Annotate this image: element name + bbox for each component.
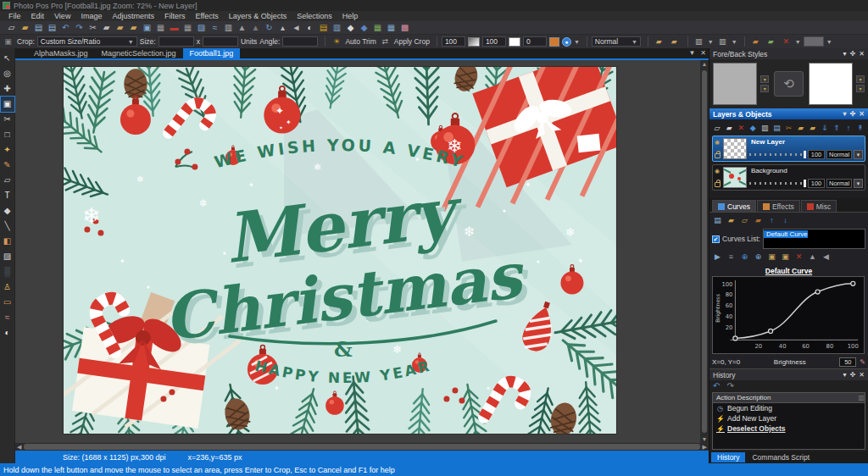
size-height-input[interactable] [203,36,238,47]
move-layer-up-icon[interactable]: ⇑ [832,123,842,133]
invert-curve-icon[interactable]: ▲ [807,252,818,262]
pin-icon[interactable]: ✜ [850,50,856,58]
capture-icon[interactable]: ▣ [141,22,153,33]
layer-thumbnail[interactable] [723,167,747,188]
layer-blend-mode[interactable]: Normal [826,150,852,159]
menu-item[interactable]: Effects [190,11,223,21]
bring-front-icon[interactable]: ↑ [843,123,854,133]
redo-icon[interactable]: ↷ [726,381,733,390]
brush-tool-icon[interactable]: ✎ [1,158,14,173]
chevron-down-icon[interactable]: ▾ [843,371,847,379]
gradient-swatch-icon[interactable] [468,37,480,47]
shear-icon[interactable]: ▲ [236,22,248,33]
curves-listbox[interactable]: Default Curve [763,229,865,249]
new-from-selection-icon[interactable]: ▥ [693,36,705,47]
vertical-scrollbar[interactable]: ▲ ▼ [700,60,709,443]
document-tab[interactable]: Football1.jpg [183,48,241,58]
paste-icon[interactable]: ▰ [114,22,126,33]
group-layers-icon[interactable]: ▰ [796,123,806,133]
pin-icon[interactable]: ✜ [850,371,856,379]
dodge-burn-tool-icon[interactable]: ◐ [1,325,14,340]
layer-opacity-slider[interactable] [749,182,806,185]
apply-curve-icon[interactable]: ▶ [712,252,723,262]
layer-mask-icon[interactable]: ◆ [748,123,758,133]
curves-shortcut-icon[interactable]: ≈ [209,22,221,33]
copy-style-icon[interactable]: ▰ [668,36,681,47]
fill-tool-icon[interactable]: ▦ [154,22,167,33]
document-tab[interactable]: AlphaMasks.jpg [27,48,95,58]
foreground-color-swatch[interactable] [713,63,757,105]
auto-trim-label[interactable]: Auto Trim [345,37,376,46]
layer-row-new-layer[interactable]: ◉ New Layer 100 Normal ▼ [712,136,865,162]
close-icon[interactable]: ✕ [859,110,865,118]
collage-icon[interactable]: ▨ [195,22,208,33]
color-bars-icon[interactable]: ▤ [317,22,330,33]
paste-layer-icon[interactable]: ▰ [808,123,818,133]
style-edit-icon[interactable]: ▾ [760,75,769,83]
perspective-icon[interactable]: ▲ [249,22,262,33]
scroll-down-icon[interactable]: ▼ [702,435,708,443]
delete-layer-icon[interactable]: ✕ [736,123,746,133]
copy-layer-icon[interactable]: ▥ [760,123,770,133]
cut-icon[interactable]: ✂ [86,22,99,33]
duplicate-layer-icon[interactable]: ▰ [724,123,734,133]
tab-list-chevron-icon[interactable]: ▼ [688,49,695,57]
smudge-tool-icon[interactable]: ≈ [1,310,14,325]
chevron-down-icon[interactable]: ▼ [574,39,580,45]
arrow-left-icon[interactable]: ◄ [290,22,303,33]
remove-point-icon[interactable]: ⊕ [753,252,764,262]
swap-colors-button[interactable]: ⟲ [774,71,803,97]
clone-tool-icon[interactable]: ▱ [1,173,14,188]
chevron-down-icon[interactable]: ▼ [708,39,714,45]
blend-mode-select[interactable]: Normal▼ [592,36,641,47]
history-item[interactable]: ⚡ Add New Layer [713,413,865,423]
document-tab[interactable]: MagneticSelection.jpg [95,48,183,58]
menu-item[interactable]: File [3,11,26,21]
fill-bucket-tool-icon[interactable]: ◧ [1,234,14,249]
menu-item[interactable]: Filters [159,11,191,21]
columns-icon[interactable]: ▥ [331,22,343,33]
move-tool-icon[interactable]: ✚ [1,81,14,97]
layer-from-selection-icon[interactable]: ▥ [716,36,729,47]
cut-layer-icon[interactable]: ✂ [783,123,793,133]
opacity-value-input[interactable]: 100 [442,36,465,47]
angle-input[interactable] [282,36,318,47]
horizontal-scroll-thumb[interactable] [24,444,700,450]
menu-item[interactable]: Adjustments [107,11,159,21]
chevron-down-icon[interactable]: ▾ [843,50,847,58]
input-range-icon[interactable]: ▣ [766,252,777,262]
stamp-tool-icon[interactable]: ♙ [1,280,14,295]
curve-point[interactable] [733,336,737,340]
redo-icon[interactable]: ↷ [73,22,86,33]
layer-visibility-icon[interactable]: ◉ [715,168,721,174]
close-icon[interactable]: ✕ [859,371,865,379]
drop-icon[interactable]: ◆ [344,22,357,33]
undo-icon[interactable]: ↶ [713,381,720,390]
remove-icon[interactable]: ▬ [168,22,181,33]
curve-brush-icon[interactable]: ✎ [860,358,865,366]
curve-value-input[interactable]: 50 [839,357,856,367]
add-point-icon[interactable]: ⊕ [739,252,750,262]
grid-green-icon[interactable]: ▦ [371,22,384,33]
crop-mode-select[interactable]: Custom Size/Ratio▼ [37,36,137,47]
chevron-down-icon[interactable]: ▼ [854,150,863,159]
new-file-icon[interactable]: ▱ [5,22,18,33]
brush-shape-icon[interactable]: ● [562,37,571,47]
curve-point[interactable] [769,329,773,333]
layer-lock-icon[interactable] [715,153,721,158]
layer-opacity-value[interactable]: 100 [808,179,825,188]
shape-tool-icon[interactable]: ◆ [1,203,14,219]
output-range-icon[interactable]: ▣ [780,252,791,262]
line-tool-icon[interactable]: ╲ [1,219,14,234]
eraser-tool-icon[interactable]: ▭ [1,295,14,310]
layer-lock-icon[interactable] [715,182,721,187]
image-size-icon[interactable]: ▦ [181,22,194,33]
curve-up-icon[interactable]: ↑ [766,215,777,225]
curve-graph[interactable]: 100 80 60 40 20 20 40 60 80 100 Brightne… [712,276,865,354]
style-pick-icon[interactable]: ▾ [856,85,865,92]
scroll-up-icon[interactable]: ▲ [702,60,708,68]
vertical-scroll-thumb[interactable] [702,70,707,433]
panel-tab[interactable]: History [711,452,745,462]
palette-icon[interactable]: ▩ [398,22,411,33]
apply-crop-button[interactable]: Apply Crop [394,37,430,46]
